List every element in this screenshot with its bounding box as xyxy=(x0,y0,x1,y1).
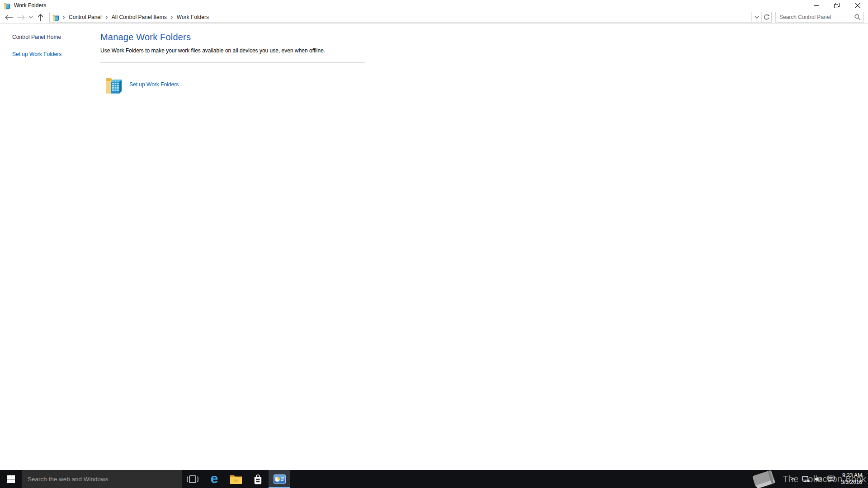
network-icon xyxy=(802,476,810,483)
breadcrumb-all-control-panel-items[interactable]: All Control Panel Items xyxy=(109,12,170,22)
set-up-work-folders-task[interactable]: Set up Work Folders xyxy=(105,74,850,95)
page-description: Use Work Folders to make your work files… xyxy=(100,47,850,54)
taskbar-searchbox[interactable] xyxy=(22,470,182,488)
address-dropdown-button[interactable] xyxy=(751,12,761,22)
work-folders-icon xyxy=(4,2,11,9)
action-center-button[interactable] xyxy=(825,470,837,488)
refresh-icon xyxy=(764,14,770,20)
control-panel-button-active[interactable] xyxy=(269,470,290,488)
task-view-icon xyxy=(187,475,198,483)
clock-date: 3/3/2016 xyxy=(841,479,862,486)
sidebar-item-set-up-work-folders[interactable]: Set up Work Folders xyxy=(12,51,88,57)
system-tray: The Collection Book xyxy=(787,470,868,488)
speaker-icon xyxy=(815,476,822,483)
chevron-down-icon xyxy=(755,16,759,19)
breadcrumb-chevron-icon[interactable] xyxy=(61,15,66,19)
taskbar-search-input[interactable] xyxy=(28,476,182,483)
recent-locations-button[interactable] xyxy=(27,12,34,23)
back-button[interactable] xyxy=(3,12,15,23)
page-title: Manage Work Folders xyxy=(100,32,850,42)
window-title: Work Folders xyxy=(14,2,46,9)
titlebar: Work Folders xyxy=(0,0,868,11)
edge-button[interactable]: e xyxy=(203,470,225,488)
sidebar: Control Panel Home Set up Work Folders xyxy=(0,24,88,470)
start-button[interactable] xyxy=(0,470,22,488)
file-explorer-icon xyxy=(230,474,242,484)
control-panel-icon xyxy=(274,474,286,484)
volume-tray-button[interactable] xyxy=(812,470,825,488)
sidebar-item-control-panel-home[interactable]: Control Panel Home xyxy=(12,34,88,40)
caption-buttons xyxy=(806,0,868,11)
task-view-button[interactable] xyxy=(182,470,203,488)
forward-arrow-icon xyxy=(17,14,25,20)
network-tray-button[interactable] xyxy=(799,470,812,488)
set-up-work-folders-link[interactable]: Set up Work Folders xyxy=(129,81,179,88)
divider xyxy=(100,62,365,63)
breadcrumb-chevron-icon[interactable] xyxy=(170,15,174,19)
breadcrumb-chevron-icon[interactable] xyxy=(104,15,109,19)
search-icon[interactable] xyxy=(854,14,861,20)
chevron-up-icon xyxy=(790,478,796,481)
action-center-icon xyxy=(827,475,835,483)
work-folders-icon[interactable] xyxy=(105,74,123,95)
forward-button[interactable] xyxy=(15,12,27,23)
main-content: Manage Work Folders Use Work Folders to … xyxy=(88,24,868,470)
restore-icon xyxy=(834,3,840,8)
up-button[interactable] xyxy=(34,12,47,23)
up-arrow-icon xyxy=(38,14,43,21)
breadcrumb-work-folders[interactable]: Work Folders xyxy=(174,12,212,22)
taskbar: e xyxy=(0,470,868,488)
restore-button[interactable] xyxy=(826,0,847,11)
navigation-bar: Control Panel All Control Panel Items Wo… xyxy=(0,11,868,24)
work-folders-window: Work Folders xyxy=(0,0,868,470)
address-bar[interactable]: Control Panel All Control Panel Items Wo… xyxy=(49,12,772,23)
refresh-button[interactable] xyxy=(761,12,771,22)
clock-time: 9:23 AM xyxy=(842,472,862,479)
window-body: Control Panel Home Set up Work Folders M… xyxy=(0,24,868,470)
close-button[interactable] xyxy=(847,0,868,11)
chevron-down-icon xyxy=(29,16,33,19)
search-input[interactable] xyxy=(779,14,854,20)
tray-overflow-button[interactable] xyxy=(787,470,799,488)
work-folders-icon xyxy=(52,14,60,21)
minimize-icon xyxy=(814,3,819,8)
book-icon xyxy=(750,470,778,488)
back-arrow-icon xyxy=(5,14,13,20)
store-button[interactable] xyxy=(247,470,269,488)
windows-logo-icon xyxy=(7,475,15,483)
store-icon xyxy=(253,474,263,484)
file-explorer-button[interactable] xyxy=(225,470,247,488)
close-icon xyxy=(855,3,860,8)
minimize-button[interactable] xyxy=(806,0,826,11)
clock[interactable]: 9:23 AM 3/3/2016 xyxy=(837,470,866,488)
edge-icon: e xyxy=(211,472,218,485)
breadcrumb-control-panel[interactable]: Control Panel xyxy=(66,12,104,22)
control-panel-searchbox[interactable] xyxy=(775,12,864,23)
show-desktop-button[interactable] xyxy=(866,470,868,488)
